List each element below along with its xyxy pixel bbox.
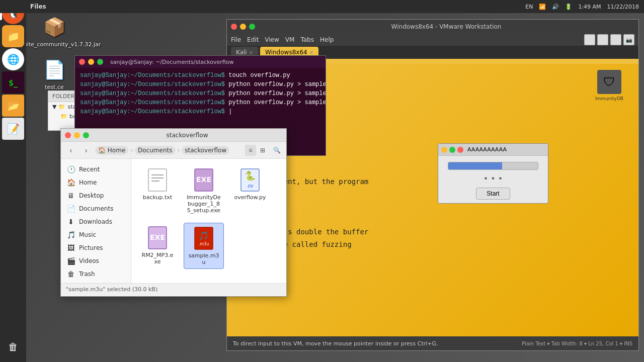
- sidebar-downloads[interactable]: ⬇ Downloads: [61, 215, 131, 228]
- topbar-tray: EN 📶 🔊 🔋 1:49 AM 11/22/2018: [525, 4, 644, 10]
- topbar-date: 11/22/2018: [607, 4, 639, 10]
- filemanager-min-btn[interactable]: [74, 132, 80, 138]
- vmware-menu-file[interactable]: File: [231, 36, 241, 43]
- dialog-dots: • • •: [484, 174, 503, 184]
- filemanager-title: stackoverflow: [92, 132, 282, 139]
- filemanager-content: backup.txt EXE ImmunityDebugger_1_85_set…: [131, 159, 286, 283]
- vmware-toolbar-snapshot[interactable]: 📷: [623, 34, 634, 45]
- icon-view-btn[interactable]: ⊞: [257, 145, 268, 156]
- desktop-icon-burpsuite[interactable]: 📦 burpsuite_community_v1.7.32.jar: [34, 15, 74, 48]
- vm-icons: 🛡 ImmunityDB: [595, 70, 623, 101]
- breadcrumb-documents[interactable]: Documents: [135, 146, 175, 155]
- svg-text:🎵: 🎵: [199, 231, 209, 240]
- launcher-trash[interactable]: 🗑: [2, 336, 24, 358]
- vmware-toolbar-pause[interactable]: ⏸: [597, 34, 608, 45]
- filemanager-sidebar: 🕐 Recent 🏠 Home 🖥 Desktop 📄 Documents ⬇: [61, 159, 131, 283]
- filemanager-forward-btn[interactable]: ›: [80, 144, 92, 156]
- file-backup-txt[interactable]: backup.txt: [137, 165, 178, 217]
- sidebar-network[interactable]: 🌐 Network: [61, 281, 131, 283]
- vmware-titlebar: Windows8x64 - VMware Workstation: [227, 20, 638, 34]
- vm-text-line-11: [237, 213, 628, 226]
- small-dialog-titlebar: AAAAAAAAAA: [438, 144, 548, 156]
- vmware-menu-vm[interactable]: VM: [285, 36, 295, 43]
- sidebar-desktop[interactable]: 🖥 Desktop: [61, 189, 131, 202]
- launcher-chrome[interactable]: 🌐: [2, 48, 24, 70]
- file-immunity-exe[interactable]: EXE ImmunityDebugger_1_85_setup.exe: [184, 165, 224, 217]
- launcher-gedit[interactable]: 📝: [2, 118, 24, 140]
- terminal-title: sanjay@Sanjay: ~/Documents/stackoverflow: [110, 59, 234, 65]
- sidebar-music-label: Music: [79, 231, 96, 238]
- dialog-close-btn[interactable]: [457, 147, 463, 153]
- sidebar-videos-label: Videos: [79, 257, 99, 264]
- dialog-max-btn[interactable]: [449, 147, 455, 153]
- sidebar-downloads-label: Downloads: [79, 218, 112, 225]
- folder-tree-stac-arrow: ▼: [52, 104, 56, 110]
- testce-label: test.ce: [45, 84, 63, 90]
- vmware-close-btn[interactable]: [231, 24, 237, 30]
- vmware-max-btn[interactable]: [249, 24, 255, 30]
- breadcrumb-stackoverflow[interactable]: stackoverflow: [182, 146, 229, 155]
- vm-text-line-7: [237, 162, 628, 175]
- sidebar-home[interactable]: 🏠 Home: [61, 176, 131, 189]
- sidebar-trash[interactable]: 🗑 Trash: [61, 267, 131, 281]
- breadcrumb-home[interactable]: 🏠 Home: [95, 146, 128, 155]
- sidebar-videos[interactable]: 🎬 Videos: [61, 254, 131, 267]
- immunity-exe-icon: EXE: [192, 168, 216, 192]
- svg-text:EXE: EXE: [196, 175, 211, 184]
- vmware-toolbar-stop[interactable]: ⏹: [610, 34, 621, 45]
- burpsuite-icon: 📦: [42, 15, 66, 39]
- terminal-min-btn[interactable]: [88, 59, 94, 65]
- file-overflow-py[interactable]: 🐍 .py overflow.py: [230, 165, 270, 217]
- vmware-min-btn[interactable]: [240, 24, 246, 30]
- sidebar-trash-label: Trash: [79, 270, 95, 278]
- view-toggle: ≡ ⊞: [245, 145, 268, 156]
- vmware-status-bar: To direct input to this VM, move the mou…: [227, 336, 638, 350]
- breadcrumb: 🏠 Home › Documents › stackoverflow: [95, 146, 242, 155]
- filemanager-status-text: "sample.m3u" selected (30.0 kB): [66, 286, 157, 293]
- terminal-line-4: sanjay@Sanjay:~/Documents/stackoverflow$…: [80, 107, 320, 116]
- launcher-folder[interactable]: 📂: [2, 95, 24, 117]
- filemanager-max-btn[interactable]: [83, 132, 89, 138]
- vm-icon-immunity-label: ImmunityDB: [595, 96, 623, 101]
- topbar-network: 📶: [539, 4, 546, 10]
- sidebar-music[interactable]: 🎵 Music: [61, 228, 131, 241]
- vmware-toolbar-play[interactable]: ▶: [584, 34, 595, 45]
- small-dialog-body: • • • Start: [438, 156, 548, 206]
- vmware-tab-kali-close[interactable]: ✕: [249, 50, 253, 55]
- sidebar-documents[interactable]: 📄 Documents: [61, 202, 131, 215]
- immunity-exe-label: ImmunityDebugger_1_85_setup.exe: [187, 194, 221, 214]
- vmware-title: Windows8x64 - VMware Workstation: [258, 23, 634, 30]
- file-rm2-mp3-exe[interactable]: EXE RM2_MP3.exe: [137, 223, 178, 269]
- terminal-max-btn[interactable]: [97, 59, 103, 65]
- vmware-menu-edit[interactable]: Edit: [247, 36, 259, 43]
- file-sample-m3u[interactable]: 🎵 .m3u sample.m3u: [184, 223, 224, 269]
- terminal-close-btn[interactable]: [79, 59, 85, 65]
- vm-text-line-10: f input: [237, 201, 628, 213]
- trash-icon: 🗑: [67, 270, 75, 278]
- filemanager-back-btn[interactable]: ‹: [65, 144, 77, 156]
- vmware-menu-view[interactable]: View: [265, 36, 279, 43]
- terminal-titlebar: sanjay@Sanjay: ~/Documents/stackoverflow: [75, 56, 326, 68]
- vmware-menu-tabs[interactable]: Tabs: [300, 36, 314, 43]
- vmware-tab-win8-close[interactable]: ✕: [309, 50, 313, 55]
- dialog-min-btn[interactable]: [441, 147, 447, 153]
- sidebar-recent[interactable]: 🕐 Recent: [61, 163, 131, 176]
- filemanager-statusbar: "sample.m3u" selected (30.0 kB): [61, 283, 286, 295]
- launcher-terminal[interactable]: $_: [2, 71, 24, 94]
- vmware-menu-help[interactable]: Help: [320, 36, 334, 43]
- sidebar-pictures[interactable]: 🖼 Pictures: [61, 241, 131, 254]
- testce-icon: 📄: [42, 58, 66, 82]
- filemanager-toolbar: ‹ › 🏠 Home › Documents › stackoverflow ≡…: [61, 142, 286, 159]
- recent-icon: 🕐: [67, 165, 75, 173]
- search-btn[interactable]: 🔍: [271, 145, 282, 156]
- list-view-btn[interactable]: ≡: [245, 145, 256, 156]
- small-dialog: AAAAAAAAAA • • • Start: [438, 143, 548, 204]
- dialog-start-btn[interactable]: Start: [476, 188, 510, 200]
- breadcrumb-sep-2: ›: [178, 147, 180, 154]
- desktop-icon-testce[interactable]: 📄 test.ce: [34, 58, 74, 90]
- folder-icon-stac: 📁: [58, 104, 65, 110]
- vmware-tab-kali-label: Kali: [236, 49, 247, 56]
- terminal-line-2: sanjay@Sanjay:~/Documents/stackoverflow$…: [80, 89, 320, 98]
- filemanager-close-btn[interactable]: [65, 132, 71, 138]
- launcher-files[interactable]: 📁: [2, 25, 24, 47]
